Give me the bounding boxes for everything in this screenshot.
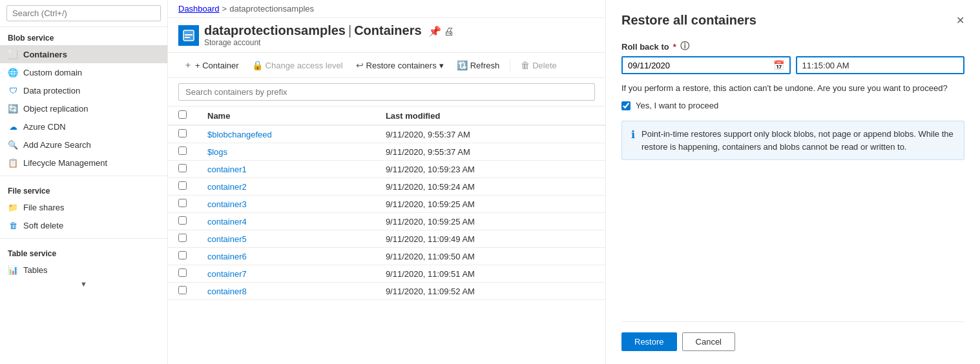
sidebar-item-lifecycle-management[interactable]: 📋 Lifecycle Management — [0, 154, 167, 172]
restore-containers-label: Restore containers — [366, 61, 437, 70]
row-checkbox[interactable] — [178, 216, 187, 225]
container-search-input[interactable] — [178, 83, 595, 101]
breadcrumb-current: dataprotectionsamples — [229, 4, 314, 14]
modified-cell: 9/11/2020, 10:59:24 AM — [375, 178, 605, 196]
sidebar-item-add-azure-search[interactable]: 🔍 Add Azure Search — [0, 136, 167, 154]
restore-containers-button[interactable]: ↩ Restore containers ▾ — [351, 57, 449, 73]
container-link[interactable]: container2 — [207, 182, 247, 192]
pin-icon[interactable]: 📌 — [428, 25, 441, 37]
restore-button[interactable]: Restore — [621, 332, 677, 351]
container-link[interactable]: container5 — [207, 234, 247, 244]
time-input[interactable] — [796, 56, 965, 74]
delete-button[interactable]: 🗑 Delete — [516, 57, 562, 73]
header-separator: | — [348, 23, 351, 38]
table-row: container7 9/11/2020, 11:09:51 AM — [168, 265, 605, 283]
modified-column-header: Last modified — [375, 106, 605, 125]
containers-icon: ⬜ — [8, 49, 18, 59]
restore-panel: Restore all containers ✕ Roll back to * … — [605, 0, 980, 364]
print-icon[interactable]: 🖨 — [444, 26, 454, 37]
table-row: container1 9/11/2020, 10:59:23 AM — [168, 161, 605, 178]
row-checkbox[interactable] — [178, 129, 187, 137]
panel-close-button[interactable]: ✕ — [956, 14, 964, 26]
container-link[interactable]: container3 — [207, 199, 247, 209]
container-link[interactable]: $blobchangefeed — [207, 130, 272, 139]
toolbar-separator — [510, 59, 510, 72]
table-row: container6 9/11/2020, 11:09:50 AM — [168, 248, 605, 265]
cancel-button[interactable]: Cancel — [682, 332, 735, 351]
proceed-checkbox[interactable] — [621, 101, 631, 110]
sidebar-item-azure-cdn-label: Azure CDN — [23, 122, 66, 132]
table-service-label: Table service — [0, 243, 167, 261]
restore-dropdown-icon: ▾ — [439, 61, 444, 70]
row-checkbox[interactable] — [178, 181, 187, 190]
change-access-button[interactable]: 🔒 Change access level — [247, 57, 348, 73]
container-link[interactable]: container6 — [207, 252, 247, 261]
sidebar-item-object-replication[interactable]: 🔄 Object replication — [0, 99, 167, 117]
row-checkbox[interactable] — [178, 286, 187, 294]
modified-cell: 9/11/2020, 10:59:25 AM — [375, 213, 605, 230]
container-link[interactable]: container7 — [207, 269, 247, 279]
panel-footer: Restore Cancel — [621, 321, 964, 351]
add-container-button[interactable]: ＋ + Container — [178, 57, 244, 74]
file-service-label: File service — [0, 180, 167, 198]
breadcrumb-separator: > — [222, 4, 227, 14]
row-checkbox[interactable] — [178, 147, 187, 155]
sidebar-item-tables[interactable]: 📊 Tables — [0, 261, 167, 279]
sidebar-item-containers[interactable]: ⬜ Containers — [0, 45, 167, 63]
field-info-icon[interactable]: ⓘ — [680, 41, 689, 52]
sidebar-item-file-shares-label: File shares — [23, 203, 65, 212]
sidebar-divider-1 — [0, 176, 167, 176]
calendar-icon[interactable]: 📅 — [773, 60, 784, 70]
modified-cell: 9/11/2020, 11:09:50 AM — [375, 248, 605, 265]
storage-account-icon — [178, 25, 199, 46]
add-container-label: + Container — [195, 61, 239, 70]
sidebar-item-custom-domain-label: Custom domain — [23, 68, 82, 77]
date-input[interactable] — [628, 61, 773, 70]
date-time-row: 📅 — [621, 56, 964, 74]
table-row: $logs 9/11/2020, 9:55:37 AM — [168, 143, 605, 161]
data-protection-icon: 🛡 — [8, 85, 18, 96]
container-link[interactable]: container4 — [207, 217, 247, 227]
delete-label: Delete — [532, 61, 557, 70]
info-box-text: Point-in-time restores support only bloc… — [641, 128, 955, 153]
row-checkbox[interactable] — [178, 164, 187, 172]
svg-rect-2 — [185, 37, 190, 38]
sidebar-item-add-azure-search-label: Add Azure Search — [23, 140, 91, 150]
restore-icon: ↩ — [356, 60, 364, 70]
search-input[interactable] — [6, 5, 161, 21]
row-checkbox[interactable] — [178, 234, 187, 242]
select-all-header — [168, 106, 197, 125]
sidebar-search-area — [0, 0, 167, 27]
row-checkbox[interactable] — [178, 199, 187, 207]
proceed-checkbox-row: Yes, I want to proceed — [621, 101, 964, 110]
tables-icon: 📊 — [8, 265, 18, 275]
breadcrumb-dashboard[interactable]: Dashboard — [178, 4, 220, 14]
refresh-button[interactable]: 🔃 Refresh — [452, 57, 505, 73]
lock-icon: 🔒 — [252, 60, 263, 70]
row-checkbox[interactable] — [178, 251, 187, 259]
select-all-checkbox[interactable] — [178, 110, 187, 119]
scroll-down-arrow[interactable]: ▼ — [0, 279, 167, 289]
table-row: $blobchangefeed 9/11/2020, 9:55:37 AM — [168, 125, 605, 143]
container-link[interactable]: container1 — [207, 165, 247, 174]
modified-cell: 9/11/2020, 9:55:37 AM — [375, 143, 605, 161]
sidebar-item-custom-domain[interactable]: 🌐 Custom domain — [0, 63, 167, 81]
modified-cell: 9/11/2020, 11:09:52 AM — [375, 283, 605, 300]
file-shares-icon: 📁 — [8, 202, 18, 212]
sidebar-item-file-shares[interactable]: 📁 File shares — [0, 198, 167, 216]
container-link[interactable]: $logs — [207, 147, 227, 157]
refresh-icon: 🔃 — [457, 60, 468, 70]
object-replication-icon: 🔄 — [8, 103, 18, 114]
panel-header: Restore all containers ✕ — [621, 13, 964, 28]
row-checkbox[interactable] — [178, 268, 187, 277]
sidebar-item-data-protection[interactable]: 🛡 Data protection — [0, 81, 167, 99]
table-row: container5 9/11/2020, 11:09:49 AM — [168, 230, 605, 248]
sidebar-item-azure-cdn[interactable]: ☁ Azure CDN — [0, 117, 167, 136]
sidebar-item-soft-delete[interactable]: 🗑 Soft delete — [0, 216, 167, 234]
sidebar-item-containers-label: Containers — [23, 50, 67, 59]
sidebar-item-object-replication-label: Object replication — [23, 104, 88, 114]
sidebar: Blob service ⬜ Containers 🌐 Custom domai… — [0, 0, 168, 364]
container-link[interactable]: container8 — [207, 287, 247, 296]
table-row: container3 9/11/2020, 10:59:25 AM — [168, 196, 605, 213]
date-picker: 📅 — [621, 56, 791, 74]
